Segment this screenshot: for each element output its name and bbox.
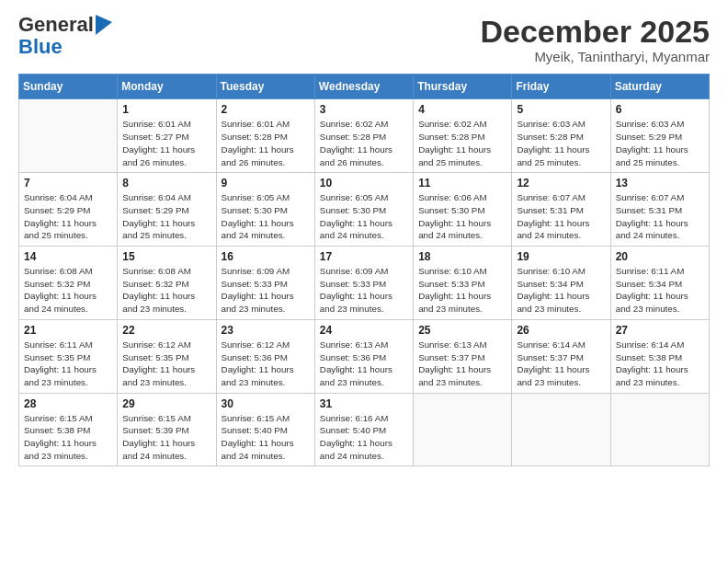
day-number: 8 xyxy=(122,177,210,190)
day-info: Sunrise: 6:16 AMSunset: 5:40 PMDaylight:… xyxy=(320,412,408,463)
calendar-day-cell: 13Sunrise: 6:07 AMSunset: 5:31 PMDayligh… xyxy=(610,173,709,247)
calendar-day-cell: 21Sunrise: 6:11 AMSunset: 5:35 PMDayligh… xyxy=(19,319,118,393)
day-info: Sunrise: 6:11 AMSunset: 5:34 PMDaylight:… xyxy=(616,265,704,316)
day-number: 11 xyxy=(418,177,506,190)
calendar-day-cell: 6Sunrise: 6:03 AMSunset: 5:29 PMDaylight… xyxy=(610,99,709,173)
calendar-day-cell: 1Sunrise: 6:01 AMSunset: 5:27 PMDaylight… xyxy=(118,99,216,173)
day-number: 15 xyxy=(122,250,210,263)
day-info: Sunrise: 6:03 AMSunset: 5:29 PMDaylight:… xyxy=(616,118,704,168)
calendar-header-row: SundayMondayTuesdayWednesdayThursdayFrid… xyxy=(19,75,710,99)
day-info: Sunrise: 6:15 AMSunset: 5:38 PMDaylight:… xyxy=(24,412,112,463)
day-info: Sunrise: 6:01 AMSunset: 5:27 PMDaylight:… xyxy=(122,118,210,168)
month-title: December 2025 xyxy=(480,15,710,49)
calendar-day-cell xyxy=(19,99,118,173)
calendar-day-cell: 29Sunrise: 6:15 AMSunset: 5:39 PMDayligh… xyxy=(118,393,216,466)
day-info: Sunrise: 6:09 AMSunset: 5:33 PMDaylight:… xyxy=(222,265,310,316)
day-number: 2 xyxy=(222,103,310,116)
day-number: 5 xyxy=(517,103,605,116)
day-number: 23 xyxy=(222,324,310,337)
day-info: Sunrise: 6:07 AMSunset: 5:31 PMDaylight:… xyxy=(616,191,704,242)
calendar-day-header: Sunday xyxy=(19,75,118,99)
day-info: Sunrise: 6:03 AMSunset: 5:28 PMDaylight:… xyxy=(517,118,605,168)
day-info: Sunrise: 6:10 AMSunset: 5:33 PMDaylight:… xyxy=(418,265,506,316)
calendar-day-cell: 23Sunrise: 6:12 AMSunset: 5:36 PMDayligh… xyxy=(216,319,314,393)
day-info: Sunrise: 6:14 AMSunset: 5:38 PMDaylight:… xyxy=(616,339,704,389)
day-number: 21 xyxy=(24,324,112,337)
calendar-day-cell: 27Sunrise: 6:14 AMSunset: 5:38 PMDayligh… xyxy=(610,319,709,393)
day-number: 6 xyxy=(616,103,704,116)
day-info: Sunrise: 6:08 AMSunset: 5:32 PMDaylight:… xyxy=(24,265,112,316)
calendar-day-cell: 7Sunrise: 6:04 AMSunset: 5:29 PMDaylight… xyxy=(19,173,118,247)
day-number: 16 xyxy=(222,250,310,263)
calendar-day-cell: 4Sunrise: 6:02 AMSunset: 5:28 PMDaylight… xyxy=(414,99,512,173)
calendar-day-cell: 28Sunrise: 6:15 AMSunset: 5:38 PMDayligh… xyxy=(19,393,118,466)
calendar-day-cell: 16Sunrise: 6:09 AMSunset: 5:33 PMDayligh… xyxy=(216,247,314,320)
day-number: 27 xyxy=(616,324,704,337)
calendar-day-header: Saturday xyxy=(610,75,709,99)
day-number: 9 xyxy=(222,177,310,190)
calendar-day-cell: 26Sunrise: 6:14 AMSunset: 5:37 PMDayligh… xyxy=(512,319,610,393)
day-info: Sunrise: 6:12 AMSunset: 5:36 PMDaylight:… xyxy=(222,339,310,389)
calendar-day-cell: 19Sunrise: 6:10 AMSunset: 5:34 PMDayligh… xyxy=(512,247,610,320)
day-number: 1 xyxy=(122,103,210,116)
calendar-day-cell: 20Sunrise: 6:11 AMSunset: 5:34 PMDayligh… xyxy=(610,247,709,320)
logo-general-text: General xyxy=(18,15,94,35)
calendar-week-row: 1Sunrise: 6:01 AMSunset: 5:27 PMDaylight… xyxy=(19,99,710,173)
day-info: Sunrise: 6:06 AMSunset: 5:30 PMDaylight:… xyxy=(418,191,506,242)
day-number: 14 xyxy=(24,250,112,263)
calendar-day-header: Wednesday xyxy=(314,75,413,99)
day-info: Sunrise: 6:02 AMSunset: 5:28 PMDaylight:… xyxy=(418,118,506,168)
day-number: 10 xyxy=(320,177,408,190)
day-number: 7 xyxy=(24,177,112,190)
calendar-day-cell: 5Sunrise: 6:03 AMSunset: 5:28 PMDaylight… xyxy=(512,99,610,173)
calendar-day-cell: 12Sunrise: 6:07 AMSunset: 5:31 PMDayligh… xyxy=(512,173,610,247)
day-info: Sunrise: 6:12 AMSunset: 5:35 PMDaylight:… xyxy=(122,339,210,389)
day-info: Sunrise: 6:04 AMSunset: 5:29 PMDaylight:… xyxy=(24,191,112,242)
page-header: General Blue December 2025 Myeik, Tanint… xyxy=(18,15,710,64)
day-info: Sunrise: 6:10 AMSunset: 5:34 PMDaylight:… xyxy=(517,265,605,316)
calendar-day-cell: 15Sunrise: 6:08 AMSunset: 5:32 PMDayligh… xyxy=(118,247,216,320)
day-number: 26 xyxy=(517,324,605,337)
calendar-day-cell xyxy=(414,393,512,466)
calendar-day-cell: 8Sunrise: 6:04 AMSunset: 5:29 PMDaylight… xyxy=(118,173,216,247)
calendar-day-cell: 18Sunrise: 6:10 AMSunset: 5:33 PMDayligh… xyxy=(414,247,512,320)
day-info: Sunrise: 6:05 AMSunset: 5:30 PMDaylight:… xyxy=(320,191,408,242)
day-number: 24 xyxy=(320,324,408,337)
location-title: Myeik, Tanintharyi, Myanmar xyxy=(480,49,710,64)
logo: General Blue xyxy=(18,15,112,59)
day-number: 3 xyxy=(320,103,408,116)
calendar-day-cell: 17Sunrise: 6:09 AMSunset: 5:33 PMDayligh… xyxy=(314,247,413,320)
day-info: Sunrise: 6:04 AMSunset: 5:29 PMDaylight:… xyxy=(122,191,210,242)
day-number: 18 xyxy=(418,250,506,263)
calendar-day-cell: 2Sunrise: 6:01 AMSunset: 5:28 PMDaylight… xyxy=(216,99,314,173)
calendar-day-header: Thursday xyxy=(414,75,512,99)
calendar-week-row: 7Sunrise: 6:04 AMSunset: 5:29 PMDaylight… xyxy=(19,173,710,247)
day-info: Sunrise: 6:14 AMSunset: 5:37 PMDaylight:… xyxy=(517,339,605,389)
calendar-day-cell: 11Sunrise: 6:06 AMSunset: 5:30 PMDayligh… xyxy=(414,173,512,247)
calendar-day-cell: 31Sunrise: 6:16 AMSunset: 5:40 PMDayligh… xyxy=(314,393,413,466)
calendar-day-cell: 22Sunrise: 6:12 AMSunset: 5:35 PMDayligh… xyxy=(118,319,216,393)
day-info: Sunrise: 6:08 AMSunset: 5:32 PMDaylight:… xyxy=(122,265,210,316)
calendar-day-cell xyxy=(512,393,610,466)
day-info: Sunrise: 6:01 AMSunset: 5:28 PMDaylight:… xyxy=(222,118,310,168)
title-block: December 2025 Myeik, Tanintharyi, Myanma… xyxy=(480,15,710,64)
calendar-day-cell: 14Sunrise: 6:08 AMSunset: 5:32 PMDayligh… xyxy=(19,247,118,320)
day-info: Sunrise: 6:09 AMSunset: 5:33 PMDaylight:… xyxy=(320,265,408,316)
day-info: Sunrise: 6:15 AMSunset: 5:39 PMDaylight:… xyxy=(122,412,210,463)
day-number: 19 xyxy=(517,250,605,263)
calendar-day-header: Tuesday xyxy=(216,75,314,99)
day-number: 31 xyxy=(320,397,408,410)
calendar-day-cell: 3Sunrise: 6:02 AMSunset: 5:28 PMDaylight… xyxy=(314,99,413,173)
day-number: 28 xyxy=(24,397,112,410)
day-number: 4 xyxy=(418,103,506,116)
calendar-day-cell: 24Sunrise: 6:13 AMSunset: 5:36 PMDayligh… xyxy=(314,319,413,393)
day-info: Sunrise: 6:13 AMSunset: 5:37 PMDaylight:… xyxy=(418,339,506,389)
logo-blue-text: Blue xyxy=(18,35,63,59)
day-number: 29 xyxy=(122,397,210,410)
calendar-day-cell: 25Sunrise: 6:13 AMSunset: 5:37 PMDayligh… xyxy=(414,319,512,393)
day-number: 13 xyxy=(616,177,704,190)
calendar-body: 1Sunrise: 6:01 AMSunset: 5:27 PMDaylight… xyxy=(19,99,710,466)
day-number: 12 xyxy=(517,177,605,190)
day-info: Sunrise: 6:05 AMSunset: 5:30 PMDaylight:… xyxy=(222,191,310,242)
calendar-day-cell: 9Sunrise: 6:05 AMSunset: 5:30 PMDaylight… xyxy=(216,173,314,247)
